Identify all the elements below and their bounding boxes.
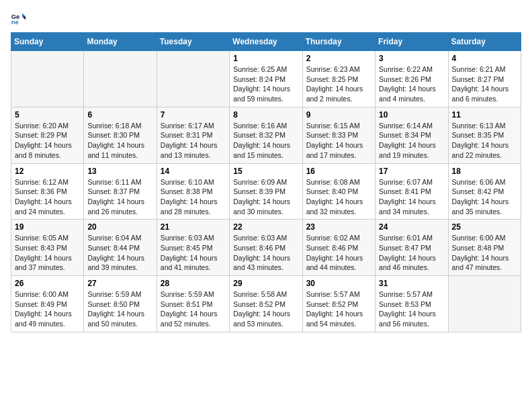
sunrise-text: Sunrise: 6:08 AM <box>306 178 360 186</box>
sunrise-text: Sunrise: 6:21 AM <box>452 65 506 73</box>
sunrise-text: Sunrise: 6:07 AM <box>379 178 433 186</box>
daylight-text: and 34 minutes. <box>379 208 429 216</box>
sunrise-text: Sunrise: 6:16 AM <box>233 122 287 130</box>
day-number: 17 <box>379 167 444 176</box>
daylight-text: and 44 minutes. <box>306 263 357 271</box>
day-info: Sunrise: 6:23 AMSunset: 8:25 PMDaylight:… <box>306 64 371 104</box>
daylight-text: Daylight: 14 hours <box>87 310 144 318</box>
sunset-text: Sunset: 8:25 PM <box>306 75 359 83</box>
sunset-text: Sunset: 8:44 PM <box>87 244 140 252</box>
daylight-text: and 6 minutes. <box>452 95 498 103</box>
calendar-cell: 11Sunrise: 6:13 AMSunset: 8:35 PMDayligh… <box>448 107 521 163</box>
svg-text:ne: ne <box>11 19 19 26</box>
calendar-cell: 16Sunrise: 6:08 AMSunset: 8:40 PMDayligh… <box>302 163 375 220</box>
svg-marker-3 <box>22 16 26 19</box>
sunrise-text: Sunrise: 6:01 AM <box>379 234 433 242</box>
sunrise-text: Sunrise: 6:17 AM <box>161 122 214 130</box>
sunset-text: Sunset: 8:36 PM <box>15 187 67 195</box>
calendar-cell: 10Sunrise: 6:14 AMSunset: 8:34 PMDayligh… <box>375 107 448 163</box>
day-number: 19 <box>15 222 80 232</box>
calendar-cell: 17Sunrise: 6:07 AMSunset: 8:41 PMDayligh… <box>375 163 448 220</box>
day-number: 20 <box>87 222 152 232</box>
daylight-text: Daylight: 14 hours <box>452 141 509 149</box>
day-info: Sunrise: 6:03 AMSunset: 8:46 PMDaylight:… <box>233 233 298 273</box>
day-info: Sunrise: 6:21 AMSunset: 8:27 PMDaylight:… <box>452 64 517 104</box>
day-number: 7 <box>161 110 226 120</box>
day-info: Sunrise: 6:18 AMSunset: 8:30 PMDaylight:… <box>87 121 152 161</box>
daylight-text: Daylight: 14 hours <box>306 254 363 262</box>
weekday-header: Wednesday <box>230 33 302 51</box>
sunrise-text: Sunrise: 6:03 AM <box>161 234 214 242</box>
daylight-text: and 26 minutes. <box>87 208 138 216</box>
day-number: 10 <box>379 110 444 120</box>
calendar-cell: 29Sunrise: 5:58 AMSunset: 8:52 PMDayligh… <box>230 276 302 332</box>
day-info: Sunrise: 6:11 AMSunset: 8:37 PMDaylight:… <box>87 177 152 217</box>
daylight-text: Daylight: 14 hours <box>161 310 218 318</box>
sunset-text: Sunset: 8:46 PM <box>233 244 285 252</box>
sunrise-text: Sunrise: 6:25 AM <box>233 65 287 73</box>
calendar-cell: 2Sunrise: 6:23 AMSunset: 8:25 PMDaylight… <box>302 51 375 107</box>
daylight-text: Daylight: 14 hours <box>452 254 509 262</box>
daylight-text: Daylight: 14 hours <box>379 197 436 205</box>
weekday-header: Thursday <box>302 33 375 51</box>
day-number: 4 <box>452 54 517 63</box>
daylight-text: and 46 minutes. <box>379 263 429 271</box>
sunrise-text: Sunrise: 6:11 AM <box>87 178 141 186</box>
daylight-text: and 30 minutes. <box>233 208 283 216</box>
day-info: Sunrise: 6:03 AMSunset: 8:45 PMDaylight:… <box>161 233 226 273</box>
day-number: 15 <box>233 167 298 176</box>
sunrise-text: Sunrise: 6:20 AM <box>15 122 69 130</box>
day-number: 11 <box>452 110 517 120</box>
day-number: 14 <box>161 167 226 176</box>
day-info: Sunrise: 6:06 AMSunset: 8:42 PMDaylight:… <box>452 177 517 217</box>
daylight-text: and 49 minutes. <box>15 320 65 328</box>
day-number: 5 <box>15 110 80 120</box>
sunset-text: Sunset: 8:27 PM <box>452 75 504 83</box>
day-info: Sunrise: 6:00 AMSunset: 8:49 PMDaylight:… <box>15 289 80 329</box>
sunrise-text: Sunrise: 6:14 AM <box>379 122 433 130</box>
calendar-cell <box>11 51 84 107</box>
daylight-text: Daylight: 14 hours <box>379 254 436 262</box>
sunset-text: Sunset: 8:32 PM <box>233 131 285 139</box>
day-number: 24 <box>379 222 444 232</box>
day-info: Sunrise: 6:13 AMSunset: 8:35 PMDaylight:… <box>452 121 517 161</box>
day-info: Sunrise: 5:57 AMSunset: 8:52 PMDaylight:… <box>306 289 371 329</box>
sunset-text: Sunset: 8:43 PM <box>15 244 67 252</box>
daylight-text: Daylight: 14 hours <box>87 197 144 205</box>
day-info: Sunrise: 6:10 AMSunset: 8:38 PMDaylight:… <box>161 177 226 217</box>
calendar-cell: 9Sunrise: 6:15 AMSunset: 8:33 PMDaylight… <box>302 107 375 163</box>
sunrise-text: Sunrise: 6:12 AM <box>15 178 69 186</box>
daylight-text: Daylight: 14 hours <box>161 197 218 205</box>
sunset-text: Sunset: 8:24 PM <box>233 75 285 83</box>
sunset-text: Sunset: 8:26 PM <box>379 75 431 83</box>
day-info: Sunrise: 6:14 AMSunset: 8:34 PMDaylight:… <box>379 121 444 161</box>
day-info: Sunrise: 6:22 AMSunset: 8:26 PMDaylight:… <box>379 64 444 104</box>
day-info: Sunrise: 6:05 AMSunset: 8:43 PMDaylight:… <box>15 233 80 273</box>
sunset-text: Sunset: 8:39 PM <box>233 187 285 195</box>
day-info: Sunrise: 6:12 AMSunset: 8:36 PMDaylight:… <box>15 177 80 217</box>
sunrise-text: Sunrise: 6:18 AM <box>87 122 141 130</box>
calendar-cell <box>157 51 229 107</box>
calendar-cell: 21Sunrise: 6:03 AMSunset: 8:45 PMDayligh… <box>157 220 229 276</box>
daylight-text: Daylight: 14 hours <box>87 254 144 262</box>
day-number: 28 <box>161 279 226 288</box>
calendar-cell: 27Sunrise: 5:59 AMSunset: 8:50 PMDayligh… <box>84 276 157 332</box>
day-number: 23 <box>306 222 371 232</box>
day-info: Sunrise: 6:02 AMSunset: 8:46 PMDaylight:… <box>306 233 371 273</box>
daylight-text: Daylight: 14 hours <box>306 85 363 93</box>
day-info: Sunrise: 5:59 AMSunset: 8:51 PMDaylight:… <box>161 289 226 329</box>
daylight-text: and 59 minutes. <box>233 95 283 103</box>
calendar-cell: 1Sunrise: 6:25 AMSunset: 8:24 PMDaylight… <box>230 51 302 107</box>
daylight-text: Daylight: 14 hours <box>452 85 509 93</box>
sunset-text: Sunset: 8:37 PM <box>87 187 140 195</box>
daylight-text: and 32 minutes. <box>306 208 357 216</box>
calendar-cell: 7Sunrise: 6:17 AMSunset: 8:31 PMDaylight… <box>157 107 229 163</box>
day-number: 26 <box>15 279 80 288</box>
sunset-text: Sunset: 8:41 PM <box>379 187 431 195</box>
calendar-week-row: 5Sunrise: 6:20 AMSunset: 8:29 PMDaylight… <box>11 107 521 163</box>
calendar-cell: 12Sunrise: 6:12 AMSunset: 8:36 PMDayligh… <box>11 163 84 220</box>
daylight-text: and 11 minutes. <box>87 151 138 159</box>
day-info: Sunrise: 6:20 AMSunset: 8:29 PMDaylight:… <box>15 121 80 161</box>
page-header: Ge ne <box>11 11 521 26</box>
daylight-text: and 4 minutes. <box>379 95 425 103</box>
